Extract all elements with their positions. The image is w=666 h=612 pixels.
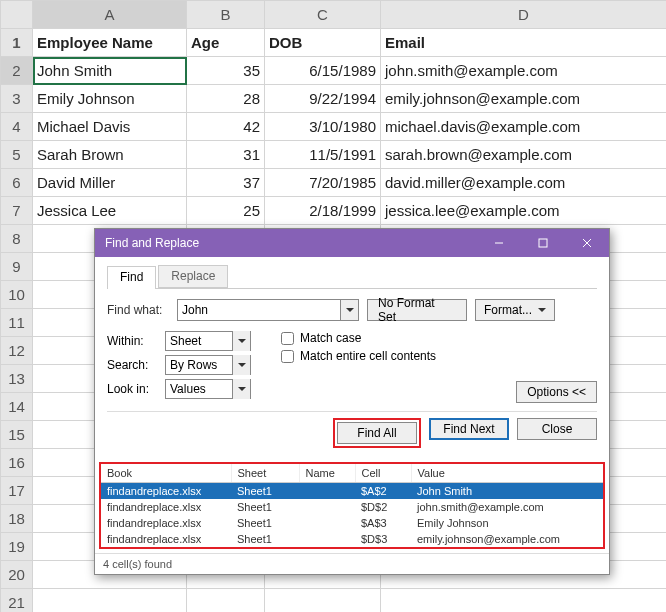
row-header-17[interactable]: 17 — [1, 477, 33, 505]
within-select[interactable]: Sheet — [165, 331, 251, 351]
results-header-value[interactable]: Value — [411, 464, 603, 483]
find-what-input[interactable] — [178, 300, 340, 320]
row-header-5[interactable]: 5 — [1, 141, 33, 169]
results-panel: Book Sheet Name Cell Value findandreplac… — [99, 462, 605, 549]
cell-D6[interactable]: david.miller@example.com — [381, 169, 667, 197]
match-entire-checkbox[interactable]: Match entire cell contents — [281, 349, 436, 363]
cell-C2[interactable]: 6/15/1989 — [265, 57, 381, 85]
cell-A4[interactable]: Michael Davis — [33, 113, 187, 141]
row-header-10[interactable]: 10 — [1, 281, 33, 309]
status-bar: 4 cell(s) found — [95, 553, 609, 574]
lookin-label: Look in: — [107, 382, 165, 396]
close-dialog-button[interactable]: Close — [517, 418, 597, 440]
cell-B6[interactable]: 37 — [187, 169, 265, 197]
cell-D1[interactable]: Email — [381, 29, 667, 57]
col-header-C[interactable]: C — [265, 1, 381, 29]
row-header-1[interactable]: 1 — [1, 29, 33, 57]
results-row[interactable]: findandreplace.xlsxSheet1$A$2John Smith — [101, 483, 603, 500]
cell-A6[interactable]: David Miller — [33, 169, 187, 197]
row-header-2[interactable]: 2 — [1, 57, 33, 85]
results-header-book[interactable]: Book — [101, 464, 231, 483]
cell-D2[interactable]: john.smith@example.com — [381, 57, 667, 85]
find-what-label: Find what: — [107, 303, 177, 317]
cell-D21[interactable] — [381, 589, 667, 613]
row-header-7[interactable]: 7 — [1, 197, 33, 225]
chevron-down-icon — [232, 379, 250, 399]
row-header-12[interactable]: 12 — [1, 337, 33, 365]
cell-B21[interactable] — [187, 589, 265, 613]
cell-C5[interactable]: 11/5/1991 — [265, 141, 381, 169]
cell-A5[interactable]: Sarah Brown — [33, 141, 187, 169]
dialog-title: Find and Replace — [105, 236, 199, 250]
lookin-select[interactable]: Values — [165, 379, 251, 399]
results-header-cell[interactable]: Cell — [355, 464, 411, 483]
find-next-button[interactable]: Find Next — [429, 418, 509, 440]
find-what-combo[interactable] — [177, 299, 359, 321]
results-table[interactable]: Book Sheet Name Cell Value findandreplac… — [101, 464, 603, 547]
cell-D3[interactable]: emily.johnson@example.com — [381, 85, 667, 113]
no-format-button[interactable]: No Format Set — [367, 299, 467, 321]
row-header-13[interactable]: 13 — [1, 365, 33, 393]
cell-C4[interactable]: 3/10/1980 — [265, 113, 381, 141]
row-header-21[interactable]: 21 — [1, 589, 33, 613]
col-header-B[interactable]: B — [187, 1, 265, 29]
cell-D5[interactable]: sarah.brown@example.com — [381, 141, 667, 169]
match-case-checkbox[interactable]: Match case — [281, 331, 436, 345]
cell-C3[interactable]: 9/22/1994 — [265, 85, 381, 113]
cell-C1[interactable]: DOB — [265, 29, 381, 57]
cell-C6[interactable]: 7/20/1985 — [265, 169, 381, 197]
dialog-tabs: Find Replace — [107, 265, 597, 289]
search-select[interactable]: By Rows — [165, 355, 251, 375]
options-button[interactable]: Options << — [516, 381, 597, 403]
cell-A1[interactable]: Employee Name — [33, 29, 187, 57]
col-header-D[interactable]: D — [381, 1, 667, 29]
row-header-20[interactable]: 20 — [1, 561, 33, 589]
close-button[interactable] — [565, 229, 609, 257]
chevron-down-icon — [232, 331, 250, 351]
cell-D7[interactable]: jessica.lee@example.com — [381, 197, 667, 225]
format-button[interactable]: Format... — [475, 299, 555, 321]
cell-A2[interactable]: John Smith — [33, 57, 187, 85]
results-header-sheet[interactable]: Sheet — [231, 464, 299, 483]
minimize-button[interactable] — [477, 229, 521, 257]
cell-A7[interactable]: Jessica Lee — [33, 197, 187, 225]
within-label: Within: — [107, 334, 165, 348]
row-header-9[interactable]: 9 — [1, 253, 33, 281]
cell-C21[interactable] — [265, 589, 381, 613]
find-all-button[interactable]: Find All — [337, 422, 417, 444]
cell-A3[interactable]: Emily Johnson — [33, 85, 187, 113]
tab-replace[interactable]: Replace — [158, 265, 228, 288]
results-row[interactable]: findandreplace.xlsxSheet1$D$3emily.johns… — [101, 531, 603, 547]
row-header-15[interactable]: 15 — [1, 421, 33, 449]
cell-B4[interactable]: 42 — [187, 113, 265, 141]
row-header-4[interactable]: 4 — [1, 113, 33, 141]
chevron-down-icon[interactable] — [340, 300, 358, 320]
row-header-6[interactable]: 6 — [1, 169, 33, 197]
row-header-14[interactable]: 14 — [1, 393, 33, 421]
cell-B2[interactable]: 35 — [187, 57, 265, 85]
cell-C7[interactable]: 2/18/1999 — [265, 197, 381, 225]
cell-B7[interactable]: 25 — [187, 197, 265, 225]
row-header-8[interactable]: 8 — [1, 225, 33, 253]
chevron-down-icon — [232, 355, 250, 375]
row-header-18[interactable]: 18 — [1, 505, 33, 533]
dialog-titlebar[interactable]: Find and Replace — [95, 229, 609, 257]
cell-B3[interactable]: 28 — [187, 85, 265, 113]
col-header-A[interactable]: A — [33, 1, 187, 29]
cell-B1[interactable]: Age — [187, 29, 265, 57]
cell-D4[interactable]: michael.davis@example.com — [381, 113, 667, 141]
results-row[interactable]: findandreplace.xlsxSheet1$D$2john.smith@… — [101, 499, 603, 515]
row-header-19[interactable]: 19 — [1, 533, 33, 561]
select-all-corner[interactable] — [1, 1, 33, 29]
row-header-16[interactable]: 16 — [1, 449, 33, 477]
maximize-button[interactable] — [521, 229, 565, 257]
row-header-11[interactable]: 11 — [1, 309, 33, 337]
row-header-3[interactable]: 3 — [1, 85, 33, 113]
cell-B5[interactable]: 31 — [187, 141, 265, 169]
results-row[interactable]: findandreplace.xlsxSheet1$A$3Emily Johns… — [101, 515, 603, 531]
cell-A21[interactable] — [33, 589, 187, 613]
find-replace-dialog: Find and Replace Find Replace Find what:… — [94, 228, 610, 575]
results-header-name[interactable]: Name — [299, 464, 355, 483]
search-label: Search: — [107, 358, 165, 372]
tab-find[interactable]: Find — [107, 266, 156, 289]
